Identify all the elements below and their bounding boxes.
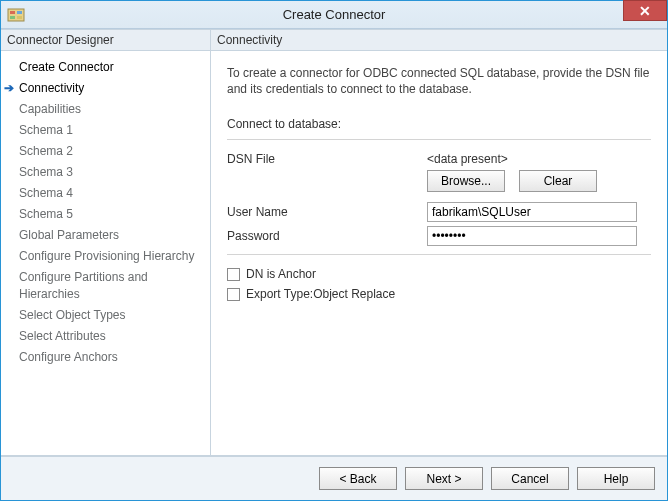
cancel-button[interactable]: Cancel xyxy=(491,467,569,490)
back-button[interactable]: < Back xyxy=(319,467,397,490)
password-row: Password xyxy=(227,226,651,246)
nav-connectivity[interactable]: ➔Connectivity xyxy=(19,78,200,99)
nav-configure-anchors[interactable]: Configure Anchors xyxy=(19,347,200,368)
sidebar-header: Connector Designer xyxy=(1,30,210,51)
nav-schema-3[interactable]: Schema 3 xyxy=(19,162,200,183)
close-button[interactable]: ✕ xyxy=(623,0,667,21)
dsn-label: DSN File xyxy=(227,152,427,166)
help-button[interactable]: Help xyxy=(577,467,655,490)
nav-select-object-types[interactable]: Select Object Types xyxy=(19,305,200,326)
nav-provisioning-hierarchy[interactable]: Configure Provisioning Hierarchy xyxy=(19,246,200,267)
dsn-value: <data present> xyxy=(427,152,508,166)
window-title: Create Connector xyxy=(1,7,667,22)
dn-anchor-row: DN is Anchor xyxy=(227,267,651,281)
export-type-row: Export Type:Object Replace xyxy=(227,287,651,301)
nav-select-attributes[interactable]: Select Attributes xyxy=(19,326,200,347)
nav-create-connector[interactable]: Create Connector xyxy=(19,57,200,78)
dialog-window: Create Connector ✕ Connector Designer Cr… xyxy=(0,0,668,501)
dsn-button-row: Browse... Clear xyxy=(427,170,651,192)
nav-schema-5[interactable]: Schema 5 xyxy=(19,204,200,225)
export-type-checkbox[interactable] xyxy=(227,288,240,301)
divider xyxy=(227,139,651,140)
dsn-row: DSN File <data present> xyxy=(227,152,651,166)
description-text: To create a connector for ODBC connected… xyxy=(227,65,651,97)
nav-global-parameters[interactable]: Global Parameters xyxy=(19,225,200,246)
username-row: User Name xyxy=(227,202,651,222)
titlebar: Create Connector ✕ xyxy=(1,1,667,29)
nav-capabilities[interactable]: Capabilities xyxy=(19,99,200,120)
username-input[interactable] xyxy=(427,202,637,222)
nav-schema-1[interactable]: Schema 1 xyxy=(19,120,200,141)
export-type-label: Export Type:Object Replace xyxy=(246,287,395,301)
connect-label: Connect to database: xyxy=(227,117,651,131)
nav-list: Create Connector ➔Connectivity Capabilit… xyxy=(1,51,210,455)
main-header: Connectivity xyxy=(211,30,667,51)
sidebar: Connector Designer Create Connector ➔Con… xyxy=(1,30,211,455)
dialog-body: Connector Designer Create Connector ➔Con… xyxy=(1,29,667,456)
divider xyxy=(227,254,651,255)
nav-partitions-hierarchies[interactable]: Configure Partitions and Hierarchies xyxy=(19,267,200,305)
nav-schema-2[interactable]: Schema 2 xyxy=(19,141,200,162)
browse-button[interactable]: Browse... xyxy=(427,170,505,192)
clear-button[interactable]: Clear xyxy=(519,170,597,192)
nav-schema-4[interactable]: Schema 4 xyxy=(19,183,200,204)
dn-anchor-label: DN is Anchor xyxy=(246,267,316,281)
close-icon: ✕ xyxy=(639,3,651,19)
main-pane: Connectivity To create a connector for O… xyxy=(211,30,667,455)
next-button[interactable]: Next > xyxy=(405,467,483,490)
dn-anchor-checkbox[interactable] xyxy=(227,268,240,281)
password-label: Password xyxy=(227,229,427,243)
footer: < Back Next > Cancel Help xyxy=(1,456,667,500)
content: To create a connector for ODBC connected… xyxy=(211,51,667,455)
username-label: User Name xyxy=(227,205,427,219)
arrow-icon: ➔ xyxy=(4,80,14,97)
password-input[interactable] xyxy=(427,226,637,246)
